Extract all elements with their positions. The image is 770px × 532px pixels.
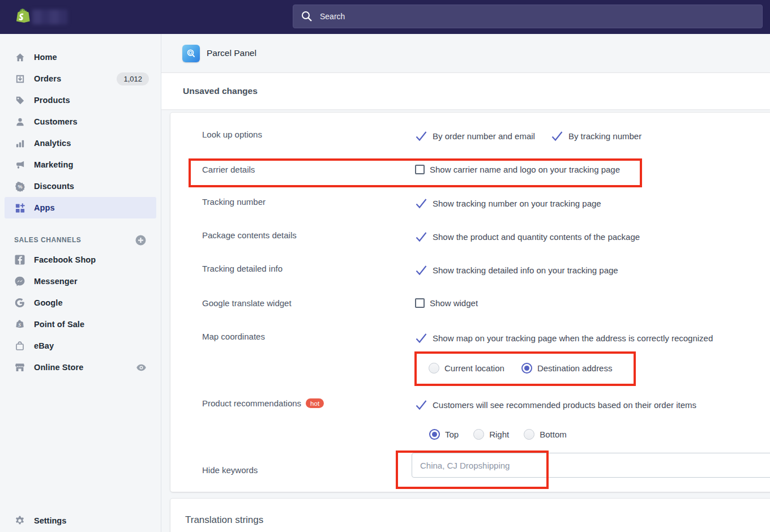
sidebar-item-label: Facebook Shop <box>34 255 96 264</box>
person-icon <box>14 116 25 127</box>
apps-icon <box>14 202 25 213</box>
sidebar-item-settings[interactable]: Settings <box>5 509 156 532</box>
sidebar-item-label: Analytics <box>34 139 71 148</box>
primary-nav: Home Orders 1,012 <box>0 34 161 378</box>
radio-current-location[interactable]: Current location <box>429 363 504 374</box>
unsaved-changes-bar: Unsaved changes <box>161 72 770 109</box>
lookup-option-tracking-number: By tracking number <box>551 130 641 142</box>
radio-right[interactable]: Right <box>473 429 509 440</box>
search-input[interactable] <box>320 12 716 21</box>
radio-selected-icon[interactable] <box>429 429 440 440</box>
sidebar-item-facebook-shop[interactable]: Facebook Shop <box>5 249 156 271</box>
orders-icon <box>14 73 25 84</box>
sidebar-item-label: Products <box>34 96 70 105</box>
map-coordinates-check: Show map on your tracking page when the … <box>415 332 713 344</box>
row-label: Package contents details <box>202 230 297 240</box>
sidebar-item-orders[interactable]: Orders 1,012 <box>5 68 156 89</box>
add-sales-channel-button[interactable] <box>135 234 147 246</box>
sidebar-item-online-store[interactable]: Online Store <box>5 357 156 378</box>
sidebar-item-point-of-sale[interactable]: S Point of Sale <box>5 314 156 335</box>
sidebar-item-home[interactable]: Home <box>5 46 156 68</box>
lookup-option-order-email: By order number and email <box>415 130 535 142</box>
sidebar-item-customers[interactable]: Customers <box>5 111 156 132</box>
sidebar-item-messenger[interactable]: Messenger <box>5 271 156 292</box>
product-recommendations-check: Customers will see recommended products … <box>415 398 696 411</box>
bar-chart-icon <box>14 138 25 149</box>
sidebar-item-marketing[interactable]: Marketing <box>5 154 156 175</box>
sidebar-item-label: Point of Sale <box>34 320 84 329</box>
row-label: Product recommendations <box>202 398 301 408</box>
tracking-number-check: Show tracking number on your tracking pa… <box>415 197 601 209</box>
tag-icon <box>14 95 25 106</box>
sidebar-item-discounts[interactable]: % Discounts <box>5 175 156 197</box>
app-header: Parcel Panel <box>161 34 770 72</box>
check-icon <box>415 197 427 209</box>
section-title: Translation strings <box>185 514 263 526</box>
orders-count-badge: 1,012 <box>117 72 149 85</box>
radio-top[interactable]: Top <box>429 429 459 440</box>
search-bar[interactable] <box>293 5 763 28</box>
radio-icon[interactable] <box>473 429 484 440</box>
row-label: Tracking detailed info <box>202 264 283 273</box>
discount-icon: % <box>14 181 25 192</box>
sidebar-item-apps[interactable]: Apps <box>5 197 156 218</box>
check-icon <box>415 230 427 243</box>
shopping-bag-icon <box>14 340 25 351</box>
sidebar-item-label: Discounts <box>34 182 74 191</box>
check-icon <box>415 130 427 142</box>
row-label: Google translate widget <box>202 298 292 308</box>
check-icon <box>415 398 427 411</box>
svg-text:%: % <box>18 183 22 189</box>
row-label: Hide keywords <box>202 465 258 475</box>
row-label: Map coordinates <box>202 332 265 341</box>
gear-icon <box>14 515 25 526</box>
carrier-details-checkbox[interactable] <box>415 165 425 174</box>
messenger-icon <box>14 276 25 287</box>
hot-badge: hot <box>306 398 324 408</box>
radio-destination-address[interactable]: Destination address <box>521 363 613 374</box>
radio-bottom[interactable]: Bottom <box>524 429 567 440</box>
facebook-icon <box>14 254 25 265</box>
svg-text:S: S <box>18 322 21 328</box>
sidebar-item-label: Marketing <box>34 160 73 169</box>
sidebar-item-label: Apps <box>34 203 55 212</box>
row-label: Tracking number <box>202 197 266 207</box>
translation-strings-card: Translation strings <box>170 499 770 532</box>
row-label: Look up options <box>202 130 262 139</box>
sidebar-item-label: Google <box>34 298 63 307</box>
sidebar-item-label: Customers <box>34 117 78 126</box>
sidebar-item-label: Settings <box>34 516 66 525</box>
sidebar-item-label: Orders <box>34 74 61 83</box>
topbar <box>0 0 770 34</box>
radio-icon[interactable] <box>429 363 439 374</box>
search-icon <box>301 10 313 23</box>
megaphone-icon <box>14 159 25 170</box>
shopify-logo-icon[interactable] <box>12 6 33 28</box>
shopify-admin-page: Home Orders 1,012 <box>0 0 770 532</box>
view-online-store-eye-icon[interactable] <box>135 362 147 374</box>
sidebar-item-ebay[interactable]: eBay <box>5 335 156 357</box>
sidebar-item-label: Home <box>34 53 57 62</box>
main-content: Parcel Panel Unsaved changes Look up opt… <box>161 34 770 532</box>
sales-channels-title: SALES CHANNELS <box>14 236 81 244</box>
sidebar-item-analytics[interactable]: Analytics <box>5 132 156 154</box>
google-icon <box>14 297 25 308</box>
sidebar-item-google[interactable]: Google <box>5 292 156 314</box>
pos-bag-icon: S <box>14 319 25 330</box>
page-title: Parcel Panel <box>207 48 256 58</box>
radio-selected-icon[interactable] <box>521 363 532 374</box>
store-name-blurred[interactable] <box>32 10 67 24</box>
sidebar-item-products[interactable]: Products <box>5 89 156 111</box>
sidebar-item-label: Online Store <box>34 363 83 372</box>
sidebar-item-label: Messenger <box>34 277 78 286</box>
radio-icon[interactable] <box>524 429 534 440</box>
check-icon <box>415 332 427 344</box>
sales-channels-header: SALES CHANNELS <box>14 234 147 246</box>
storefront-icon <box>14 362 25 373</box>
home-icon <box>14 52 25 63</box>
check-icon <box>415 264 427 276</box>
sidebar: Home Orders 1,012 <box>0 34 161 532</box>
package-contents-check: Show the product and quantity contents o… <box>415 230 640 243</box>
hide-keywords-input[interactable] <box>412 453 770 478</box>
show-widget-checkbox[interactable] <box>415 298 425 308</box>
